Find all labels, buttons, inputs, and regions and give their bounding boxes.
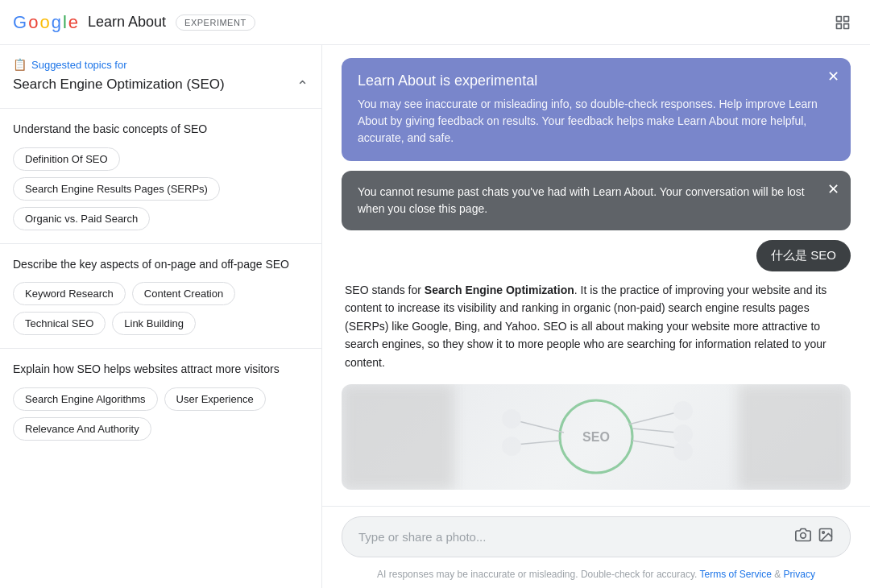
chips-section-2: Keyword Research Content Creation Techni… [13,282,309,335]
ai-response-intro: SEO stands for [345,284,425,296]
suggested-label: 📋 Suggested topics for [13,58,309,71]
sidebar-header: 📋 Suggested topics for Search Engine Opt… [0,58,321,101]
svg-line-9 [632,441,681,449]
sidebar-section-3: Explain how SEO helps websites attract m… [0,348,321,447]
svg-line-8 [628,412,677,424]
svg-point-13 [673,401,693,420]
new-chat-button[interactable] [828,8,857,37]
chips-section-1: Definition Of SEO Search Engine Results … [13,147,309,230]
svg-rect-1 [844,16,849,21]
google-logo: Google [13,12,78,33]
chip-definition-of-seo[interactable]: Definition Of SEO [13,147,120,171]
section-heading-1: Understand the basic concepts of SEO [13,122,309,138]
terms-link[interactable]: Terms of Service [700,569,772,580]
logo-e: e [68,12,78,33]
ai-response: SEO stands for Search Engine Optimizatio… [342,281,851,371]
sidebar-section-1: Understand the basic concepts of SEO Def… [0,108,321,237]
experiment-badge: EXPERIMENT [176,14,255,31]
ai-response-bold: Search Engine Optimization [425,284,574,296]
svg-text:SEO: SEO [582,430,610,444]
chip-relevance-authority[interactable]: Relevance And Authority [13,417,151,441]
chip-technical-seo[interactable]: Technical SEO [13,312,106,335]
chip-link-building[interactable]: Link Building [112,312,196,335]
svg-point-18 [822,532,825,534]
chip-user-experience[interactable]: User Experience [164,387,266,411]
header: Google Learn About EXPERIMENT [0,0,870,45]
privacy-link[interactable]: Privacy [784,569,815,580]
warning-banner-text: You cannot resume past chats you've had … [358,184,835,217]
section-heading-2: Describe the key aspects of on-page and … [13,257,309,273]
diagram-blur-right [738,384,851,490]
image-icon[interactable] [818,527,834,547]
user-message: 什么是 SEO [756,240,851,271]
input-icons [795,527,834,547]
header-title: Learn About [88,14,166,31]
chip-keyword-research[interactable]: Keyword Research [13,282,126,305]
user-message-container: 什么是 SEO [342,240,851,271]
svg-line-7 [516,441,560,445]
sidebar-topic-title: Search Engine Optimization (SEO) [13,76,225,93]
svg-point-16 [801,533,806,539]
book-icon: 📋 [13,58,27,71]
chip-serps[interactable]: Search Engine Results Pages (SERPs) [13,177,220,201]
input-box[interactable]: Type or share a photo... [342,516,851,557]
sidebar-section-2: Describe the key aspects of on-page and … [0,243,321,342]
logo-o2: o [39,12,49,33]
experimental-banner-close[interactable]: ✕ [827,68,839,85]
chips-section-3: Search Engine Algorithms User Experience… [13,387,309,441]
footer-text: AI responses may be inaccurate or mislea… [377,569,697,580]
svg-point-14 [673,424,693,444]
experimental-banner-text: You may see inaccurate or misleading inf… [358,96,835,147]
warning-banner-close[interactable]: ✕ [827,180,839,198]
svg-rect-2 [844,23,849,28]
svg-point-11 [502,409,521,429]
svg-rect-3 [837,23,842,28]
collapse-icon[interactable]: ⌃ [296,77,309,95]
svg-point-12 [502,437,521,456]
logo-g2: g [52,12,61,33]
sidebar: 📋 Suggested topics for Search Engine Opt… [0,45,322,588]
chip-organic-paid[interactable]: Organic vs. Paid Search [13,207,150,230]
svg-point-15 [673,441,693,461]
svg-rect-0 [837,16,842,21]
seo-diagram-svg: SEO [467,388,725,485]
input-placeholder: Type or share a photo... [358,530,789,544]
svg-line-6 [516,420,564,433]
warning-banner: ✕ You cannot resume past chats you've ha… [342,171,851,230]
experimental-banner: ✕ Learn About is experimental You may se… [342,58,851,161]
seo-diagram: SEO [342,384,851,490]
camera-icon[interactable] [795,527,811,547]
footer: AI responses may be inaccurate or mislea… [322,564,870,588]
diagram-blur-left [342,384,454,490]
chip-search-engine-algorithms[interactable]: Search Engine Algorithms [13,387,158,411]
logo-l: l [63,12,67,33]
svg-line-10 [632,429,677,433]
section-heading-3: Explain how SEO helps websites attract m… [13,362,309,378]
chip-content-creation[interactable]: Content Creation [132,282,235,305]
input-area: Type or share a photo... [322,506,870,564]
content-area: ✕ Learn About is experimental You may se… [322,45,870,506]
logo-o1: o [28,12,38,33]
logo-g: G [13,12,27,33]
main-layout: 📋 Suggested topics for Search Engine Opt… [0,45,870,588]
sidebar-topic-header: Search Engine Optimization (SEO) ⌃ [13,76,309,95]
footer-separator: & [774,569,783,580]
experimental-banner-title: Learn About is experimental [358,72,835,89]
